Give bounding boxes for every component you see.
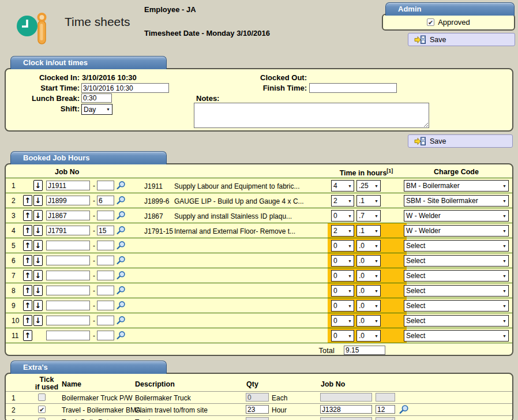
job-sub-input[interactable] [97,196,114,205]
search-icon[interactable] [116,301,126,312]
qty-input[interactable] [246,405,269,414]
fraction-select[interactable]: .1▼ [356,225,381,237]
move-up-button[interactable]: ↑ [23,285,32,296]
search-icon[interactable] [116,286,126,297]
search-icon[interactable] [399,404,409,417]
search-icon[interactable] [116,226,126,237]
search-icon[interactable] [116,211,126,222]
fraction-select[interactable]: .0▼ [356,330,381,342]
move-down-button[interactable]: ↓ [33,300,43,311]
move-down-button[interactable]: ↓ [33,270,43,281]
charge-code-select[interactable]: W - Welder▼ [404,210,509,222]
tick-if-used-checkbox[interactable]: ✔ [38,418,46,420]
job-sub-input[interactable] [97,226,114,235]
charge-code-select[interactable]: SBM - Site Boilermaker▼ [404,195,509,207]
job-sub-input[interactable] [97,211,114,220]
lunch-break-input[interactable] [81,93,112,103]
charge-code-select[interactable]: Select▼ [404,270,509,282]
clock-save-button[interactable]: Save [408,134,513,148]
charge-code-select[interactable]: Select▼ [404,240,509,252]
job-no-input[interactable] [46,181,90,190]
hours-select[interactable]: 0▼ [331,285,354,297]
job-no-input[interactable] [46,286,90,295]
approved-checkbox[interactable]: ✔ [427,18,434,26]
fraction-select[interactable]: .7▼ [356,210,381,222]
job-sub-input[interactable] [97,241,114,250]
finish-time-input[interactable] [309,83,397,93]
charge-code-select[interactable]: W - Welder▼ [404,225,509,237]
hours-select[interactable]: 0▼ [331,300,354,312]
charge-code-select[interactable]: Select▼ [404,315,509,327]
job-sub-input[interactable] [97,331,114,340]
hours-select[interactable]: 2▼ [331,195,354,207]
job-sub-input[interactable] [97,316,114,325]
fraction-select[interactable]: .0▼ [356,300,381,312]
hours-select[interactable]: 0▼ [331,210,354,222]
search-icon[interactable] [116,316,126,327]
job-no-input[interactable] [46,316,90,325]
notes-textarea[interactable] [194,103,429,128]
hours-select[interactable]: 0▼ [331,270,354,282]
hours-select[interactable]: 2▼ [331,225,354,237]
search-icon[interactable] [116,181,126,192]
charge-code-select[interactable]: Select▼ [404,285,509,297]
job-no-input[interactable] [46,241,90,250]
move-down-button[interactable]: ↓ [33,210,43,221]
admin-save-button[interactable]: Save [408,33,515,46]
hours-select[interactable]: 0▼ [331,315,354,327]
fraction-select[interactable]: .0▼ [356,255,381,267]
fraction-select[interactable]: .0▼ [356,285,381,297]
job-sub-input[interactable] [97,271,114,280]
hours-select[interactable]: 4▼ [331,180,354,192]
job-no-input[interactable] [46,196,90,205]
job-no-input[interactable] [46,331,90,340]
tick-if-used-checkbox[interactable]: ✔ [38,406,46,413]
job-no-input[interactable] [46,256,90,265]
search-icon[interactable] [116,331,126,342]
move-down-button[interactable]: ↓ [33,195,43,206]
hours-select[interactable]: 0▼ [331,255,354,267]
move-down-button[interactable]: ↓ [33,285,43,296]
job-no-input[interactable] [320,405,372,414]
job-sub-input[interactable] [97,286,114,295]
fraction-select[interactable]: .1▼ [356,195,381,207]
move-up-button[interactable]: ↑ [23,330,32,341]
move-down-button[interactable]: ↓ [33,180,43,191]
charge-code-select[interactable]: Select▼ [404,300,509,312]
hours-select[interactable]: 0▼ [331,330,354,342]
job-no-input[interactable] [46,226,90,235]
job-no-input[interactable] [46,271,90,280]
move-up-button[interactable]: ↑ [23,255,32,266]
start-time-input[interactable] [81,83,169,93]
search-icon[interactable] [116,271,126,282]
job-no-input[interactable] [46,211,90,220]
move-up-button[interactable]: ↑ [23,300,32,311]
move-up-button[interactable]: ↑ [23,270,32,281]
charge-code-select[interactable]: Select▼ [404,255,509,267]
fraction-select[interactable]: .0▼ [356,270,381,282]
fraction-select[interactable]: .0▼ [356,315,381,327]
hours-select[interactable]: 0▼ [331,240,354,252]
shift-select[interactable]: Day ▼ [81,104,112,115]
move-up-button[interactable]: ↑ [23,210,32,221]
tick-if-used-checkbox[interactable]: ✔ [38,393,46,401]
move-down-button[interactable]: ↓ [33,240,43,251]
move-down-button[interactable]: ↓ [33,315,43,326]
move-up-button[interactable]: ↑ [23,240,32,251]
job-sub-input[interactable] [97,256,114,265]
charge-code-select[interactable]: BM - Boilermaker▼ [404,180,509,192]
search-icon[interactable] [116,196,126,207]
fraction-select[interactable]: .0▼ [356,240,381,252]
job-sub-input[interactable] [97,181,114,190]
move-down-button[interactable]: ↓ [33,255,43,266]
job-sub-input[interactable] [97,301,114,310]
move-up-button[interactable]: ↑ [23,315,32,326]
fraction-select[interactable]: .25▼ [356,180,381,192]
move-down-button[interactable]: ↓ [33,225,43,236]
total-input[interactable] [344,346,385,355]
job-sub-input[interactable] [376,405,395,414]
charge-code-select[interactable]: Select▼ [404,330,509,342]
search-icon[interactable] [116,256,126,267]
job-no-input[interactable] [46,301,90,310]
move-up-button[interactable]: ↑ [23,195,32,206]
